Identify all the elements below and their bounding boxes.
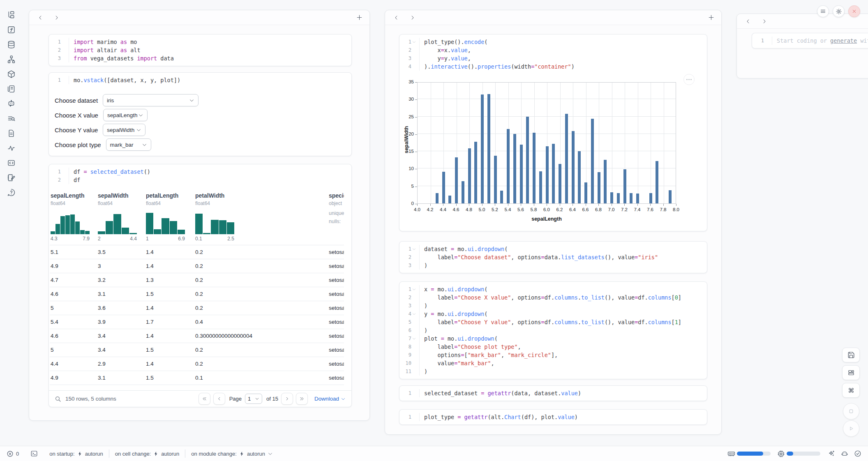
chat-icon[interactable] bbox=[4, 96, 18, 111]
datasources-icon[interactable] bbox=[4, 37, 18, 52]
table-cell: setosa bbox=[328, 343, 344, 357]
column-scroll-right-icon[interactable] bbox=[410, 15, 416, 21]
vstack-cell[interactable]: 1mo.vstack([dataset, x, y, plot]) Choose… bbox=[48, 72, 352, 156]
plot-type-getattr-cell[interactable]: 1plot_type = getattr(alt.Chart(df), plot… bbox=[399, 409, 707, 425]
settings-button[interactable] bbox=[833, 5, 845, 17]
dataset-dropdown-cell[interactable]: 1dataset = mo.ui.dropdown(2 label="Choos… bbox=[399, 241, 707, 273]
plot-select-value: mark_bar bbox=[110, 142, 134, 148]
search-icon[interactable] bbox=[55, 396, 61, 402]
fold-chevron-icon[interactable] bbox=[411, 285, 417, 293]
table-column-header[interactable]: petalLengthfloat6416.9 bbox=[145, 187, 194, 242]
code-line: 1dataset = mo.ui.dropdown( bbox=[399, 245, 707, 253]
table-row[interactable]: 4.93.11.50.1setosa bbox=[50, 371, 344, 385]
column-scroll-left-icon[interactable] bbox=[393, 15, 399, 21]
table-row[interactable]: 4.63.41.40.30000000000000004setosa bbox=[50, 329, 344, 343]
table-cell: 3.9 bbox=[97, 315, 145, 329]
outline-icon[interactable] bbox=[4, 155, 18, 170]
chart-menu-button[interactable] bbox=[683, 74, 695, 85]
add-cell-icon[interactable] bbox=[356, 14, 363, 21]
table-row[interactable]: 4.931.40.2setosa bbox=[50, 259, 344, 273]
scratchpad-icon[interactable] bbox=[4, 170, 18, 185]
variables-icon[interactable] bbox=[4, 22, 18, 37]
documentation-icon[interactable] bbox=[4, 81, 18, 96]
column-scroll-right-icon[interactable] bbox=[762, 18, 767, 24]
chart-plot-area[interactable] bbox=[417, 82, 676, 204]
chart-cell[interactable]: 1plot_type().encode(2 x=x.value,3 y=y.va… bbox=[399, 34, 707, 231]
on-cell-change-setting[interactable]: on cell change: autorun bbox=[109, 451, 185, 457]
altair-bar-chart[interactable]: 4.04.24.44.64.85.05.25.45.65.86.06.26.46… bbox=[399, 74, 708, 231]
snippets-icon[interactable] bbox=[4, 126, 18, 141]
code-line: 4).interactive().properties(width="conta… bbox=[399, 62, 707, 71]
connection-status-button[interactable] bbox=[854, 450, 861, 457]
copilot-button[interactable] bbox=[841, 450, 848, 457]
error-indicator[interactable]: 0 bbox=[7, 450, 25, 457]
plot-type-select[interactable]: mark_bar bbox=[106, 138, 151, 151]
fold-chevron-icon[interactable] bbox=[411, 310, 417, 318]
line-number: 2 bbox=[409, 253, 411, 261]
x-tick-label: 7.6 bbox=[643, 207, 657, 212]
packages-icon[interactable] bbox=[4, 67, 18, 81]
y-value-select[interactable]: sepalWidth bbox=[103, 124, 145, 136]
prev-page-button[interactable] bbox=[213, 393, 225, 405]
table-row[interactable]: 53.61.40.2setosa bbox=[50, 301, 344, 315]
table-column-header[interactable]: sepalWidthfloat6424.4 bbox=[97, 187, 145, 242]
table-row[interactable]: 5.13.51.40.2setosa bbox=[50, 245, 344, 259]
empty-code-cell[interactable]: 1Start coding or generate with bbox=[752, 33, 868, 48]
file-explorer-icon[interactable] bbox=[4, 7, 18, 22]
table-row[interactable]: 5.43.91.70.4setosa bbox=[50, 315, 344, 329]
on-startup-setting[interactable]: on startup: autorun bbox=[44, 451, 109, 457]
ai-assist-button[interactable] bbox=[828, 450, 835, 457]
page-label: Page bbox=[229, 396, 242, 402]
run-button[interactable] bbox=[843, 420, 859, 437]
column-scroll-left-icon[interactable] bbox=[745, 18, 751, 24]
layout-button[interactable] bbox=[842, 365, 860, 380]
keyboard-shortcuts-button[interactable] bbox=[842, 383, 860, 398]
last-page-button[interactable] bbox=[296, 393, 308, 405]
stop-button[interactable] bbox=[843, 403, 859, 420]
download-button[interactable]: Download bbox=[314, 396, 346, 402]
fold-chevron-icon[interactable] bbox=[411, 38, 417, 46]
next-page-button[interactable] bbox=[281, 393, 293, 405]
chart-bar bbox=[539, 171, 542, 203]
column-scroll-right-icon[interactable] bbox=[54, 15, 60, 21]
line-number: 11 bbox=[406, 367, 411, 376]
menu-button[interactable] bbox=[817, 5, 829, 17]
column-1-header bbox=[29, 10, 369, 25]
imports-cell[interactable]: 1import marimo as mo2import altair as al… bbox=[48, 34, 352, 66]
table-column-header[interactable]: sepalLengthfloat644.37.9 bbox=[50, 187, 97, 242]
dependencies-icon[interactable] bbox=[4, 52, 18, 67]
on-module-change-setting[interactable]: on module change: autorun bbox=[185, 451, 279, 457]
table-row[interactable]: 4.63.11.50.2setosa bbox=[50, 287, 344, 301]
table-column-header[interactable]: speciesobjectunique:nulls: bbox=[328, 187, 344, 242]
logs-icon[interactable] bbox=[4, 111, 18, 126]
help-icon[interactable] bbox=[4, 185, 18, 200]
table-column-header[interactable]: petalWidthfloat640.12.5 bbox=[194, 187, 328, 242]
first-page-button[interactable] bbox=[199, 393, 210, 405]
chart-bar bbox=[494, 156, 497, 203]
save-button[interactable] bbox=[842, 348, 860, 362]
x-value-select[interactable]: sepalLength bbox=[103, 109, 148, 121]
table-cell: 1.5 bbox=[145, 371, 194, 385]
table-row[interactable]: 4.73.21.30.2setosa bbox=[50, 273, 344, 287]
gear-icon bbox=[836, 8, 842, 15]
x-tick-label: 6.2 bbox=[553, 207, 567, 212]
line-number: 1 bbox=[409, 389, 411, 397]
xyplot-dropdown-cell[interactable]: 1x = mo.ui.dropdown(2 label="Choose X va… bbox=[399, 281, 707, 379]
selected-dataset-cell[interactable]: 1selected_dataset = getattr(data, datase… bbox=[399, 385, 707, 401]
add-cell-icon[interactable] bbox=[708, 14, 715, 21]
chart-bar bbox=[565, 114, 568, 203]
dataset-select[interactable]: iris bbox=[103, 94, 199, 106]
column-scroll-left-icon[interactable] bbox=[37, 15, 43, 21]
table-cell: 3.4 bbox=[97, 329, 145, 343]
y-tick-label: 35 bbox=[400, 79, 414, 84]
x-tick-label: 4.4 bbox=[436, 207, 450, 212]
dataframe-cell[interactable]: 1df = selected_dataset()2df sepalLengthf… bbox=[48, 164, 352, 407]
fold-chevron-icon[interactable] bbox=[411, 245, 417, 253]
page-select[interactable]: 1 bbox=[245, 394, 262, 404]
tracing-icon[interactable] bbox=[4, 141, 18, 155]
fold-chevron-icon[interactable] bbox=[411, 334, 417, 343]
terminal-toggle[interactable] bbox=[25, 450, 44, 457]
table-row[interactable]: 4.42.91.40.2setosa bbox=[50, 357, 344, 371]
table-row[interactable]: 53.41.50.2setosa bbox=[50, 343, 344, 357]
shutdown-button[interactable] bbox=[848, 5, 860, 17]
